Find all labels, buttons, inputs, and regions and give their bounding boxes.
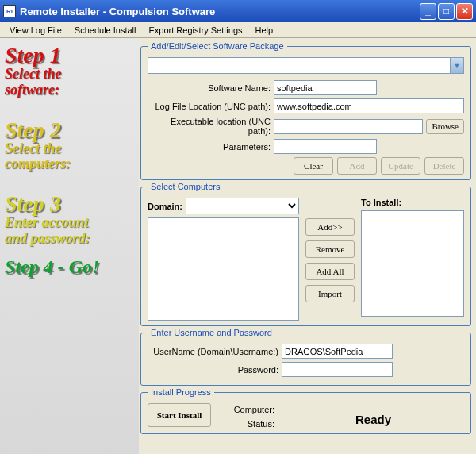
software-name-input[interactable] [274,80,377,95]
step3-sub1: Enter account [5,215,134,231]
status-value: Ready [282,403,464,426]
delete-button[interactable]: Delete [424,157,464,175]
password-label: Password: [148,365,278,375]
computers-group: Select Computers Domain: Add>> Remove Ad… [140,182,471,326]
domain-label: Domain: [148,202,182,211]
clear-button[interactable]: Clear [294,157,333,175]
password-input[interactable] [282,362,393,377]
log-path-label: Log File Location (UNC path): [148,102,271,111]
start-install-button[interactable]: Start Install [148,403,211,427]
dropdown-icon[interactable]: ▼ [450,58,463,73]
menu-export[interactable]: Export Registry Settings [143,24,249,37]
step2-sub2: computers: [5,156,134,172]
target-computers-list[interactable] [361,210,464,317]
step1-sub1: Select the [5,67,134,83]
sidebar: Step 1 Select the software: Step 2 Selec… [0,38,139,454]
username-input[interactable] [282,344,393,359]
step3: Step 3 Enter account and password: [5,193,134,247]
package-select-input[interactable] [148,58,450,73]
log-path-input[interactable] [274,98,464,114]
to-install-label: To Install: [361,198,401,207]
update-button[interactable]: Update [381,157,420,175]
credentials-legend: Enter Username and Password [148,328,275,337]
exe-path-input[interactable] [274,119,423,134]
maximize-button[interactable]: □ [438,3,455,20]
step1-title: Step 1 [5,44,134,67]
step2-sub1: Select the [5,141,134,157]
status-label: Status: [219,419,274,429]
step1: Step 1 Select the software: [5,44,134,98]
install-group: Install Progress Start Install Computer:… [140,387,471,434]
step2: Step 2 Select the computers: [5,119,134,173]
menu-bar: View Log File Schedule Install Export Re… [0,22,476,38]
step4: Step 4 - Go! [5,256,134,278]
install-legend: Install Progress [148,387,214,397]
software-name-label: Software Name: [148,83,271,93]
package-select[interactable]: ▼ [148,57,464,74]
package-group: Add/Edit/Select Software Package ▼ Softw… [140,41,471,180]
window-title: Remote Installer - Compulsion Software [20,6,420,17]
main-panel: Add/Edit/Select Software Package ▼ Softw… [139,38,476,454]
menu-help[interactable]: Help [249,24,280,37]
menu-schedule[interactable]: Schedule Install [68,24,143,37]
add-button[interactable]: Add [337,157,377,175]
browse-button[interactable]: Browse [426,119,464,134]
minimize-button[interactable]: _ [420,3,436,20]
step3-title: Step 3 [5,193,134,215]
add-computer-button[interactable]: Add>> [305,218,355,236]
step1-sub2: software: [5,83,134,98]
step2-title: Step 2 [5,119,134,141]
source-computers-list[interactable] [148,217,299,321]
params-input[interactable] [274,139,377,154]
add-all-button[interactable]: Add All [305,263,355,280]
credentials-group: Enter Username and Password UserName (Do… [140,328,471,386]
menu-view-log[interactable]: View Log File [3,24,68,37]
computers-legend: Select Computers [148,182,223,191]
step3-sub2: and password: [5,231,134,247]
import-button[interactable]: Import [305,285,355,302]
app-icon: RI [3,5,16,17]
title-bar: RI Remote Installer - Compulsion Softwar… [0,0,476,22]
computer-label: Computer: [219,405,274,414]
exe-path-label: Executable location (UNC path): [148,117,271,136]
close-button[interactable]: ✕ [456,3,473,20]
package-legend: Add/Edit/Select Software Package [148,41,287,51]
params-label: Parameters: [148,142,271,152]
username-label: UserName (Domain\Username:) [148,347,278,356]
domain-select[interactable] [186,198,299,214]
remove-computer-button[interactable]: Remove [305,240,355,258]
